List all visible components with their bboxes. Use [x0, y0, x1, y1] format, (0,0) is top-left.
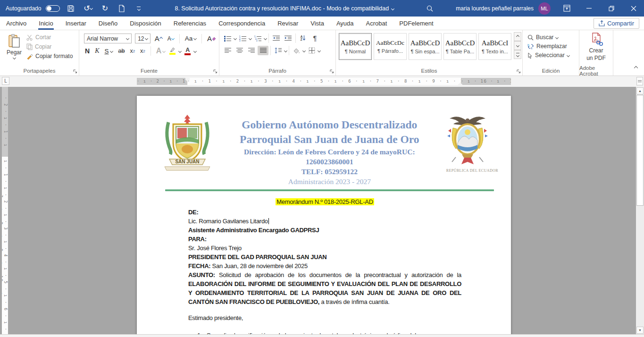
create-pdf-button[interactable]: Crear un PDF — [579, 30, 613, 66]
paragraph-dialog-launcher[interactable] — [330, 69, 334, 74]
minimize-button[interactable] — [578, 0, 600, 17]
font-dialog-launcher[interactable] — [213, 69, 217, 74]
superscript-button[interactable]: x2 — [139, 47, 146, 55]
align-left-button[interactable] — [222, 46, 233, 55]
bullets-button[interactable] — [222, 34, 233, 43]
format-painter-icon — [26, 53, 33, 59]
vertical-scrollbar[interactable]: ▲ ▼ — [636, 87, 644, 334]
share-button[interactable]: Compartir — [594, 18, 639, 29]
subscript-button[interactable]: x2 — [129, 47, 136, 55]
shrink-font-button[interactable]: A — [167, 35, 175, 42]
find-button[interactable]: Buscar — [527, 34, 577, 41]
tab-pdfelement[interactable]: PDFelement — [393, 17, 439, 30]
italic-button[interactable]: K — [94, 47, 100, 55]
tab-revisar[interactable]: Revisar — [271, 17, 304, 30]
tab-referencias[interactable]: Referencias — [167, 17, 212, 30]
ruler-toggle-icon[interactable] — [636, 77, 643, 85]
autosave-toggle[interactable] — [46, 5, 60, 12]
tab-disposicion[interactable]: Disposición — [124, 17, 167, 30]
document-page[interactable]: SAN JUAN Gobierno Autónomo Descentraliza… — [137, 96, 511, 334]
styles-dialog-launcher[interactable] — [517, 69, 521, 74]
numbering-button[interactable]: 123 — [237, 34, 248, 43]
create-pdf-icon — [589, 32, 603, 46]
horizontal-ruler[interactable]: · ı · 2 · ı · 1 · ı · · ı · 1 · ı · 2 · … — [137, 78, 511, 85]
font-family-select[interactable]: Arial Narrow — [84, 34, 132, 43]
memo-para-label: PARA: — [188, 235, 461, 244]
clear-formatting-button[interactable]: A — [206, 34, 217, 43]
tab-correspondencia[interactable]: Correspondencia — [212, 17, 271, 30]
justify-button[interactable] — [258, 46, 268, 55]
font-size-select[interactable]: 12 — [135, 34, 151, 43]
styles-scroll-down-icon[interactable] — [514, 41, 521, 50]
redo-icon[interactable]: ↻ — [99, 2, 111, 15]
close-button[interactable] — [623, 0, 644, 17]
strikethrough-button[interactable]: ab — [117, 47, 125, 55]
text-effects-button[interactable]: A — [155, 46, 167, 56]
svg-text:b: b — [527, 43, 529, 47]
replace-icon: bc — [527, 43, 534, 50]
document-body[interactable]: Memorándum N.º 018-2025-RGL-AD DE: Lic. … — [137, 191, 511, 334]
tab-diseno[interactable]: Diseño — [92, 17, 124, 30]
tab-acrobat[interactable]: Acrobat — [360, 17, 393, 30]
memo-number: Memorándum N.º 018-2025-RGL-AD — [188, 197, 461, 206]
shading-button[interactable] — [291, 46, 302, 55]
document-title[interactable]: 8. Solicitud Autorización contra y resol… — [145, 5, 424, 12]
find-icon — [527, 34, 534, 41]
sort-button[interactable]: AZ — [298, 34, 309, 43]
style-texto-independiente[interactable]: AaBbCcI¶ Texto in... — [478, 33, 511, 60]
grow-font-button[interactable]: A — [154, 34, 163, 43]
increase-indent-button[interactable] — [283, 34, 293, 43]
collapse-ribbon-icon[interactable] — [635, 63, 637, 72]
font-color-button[interactable]: A — [184, 47, 191, 55]
tab-archivo[interactable]: Archivo — [0, 17, 33, 30]
tab-inicio[interactable]: Inicio — [33, 17, 59, 30]
quick-access-menu-icon[interactable] — [133, 2, 145, 15]
decrease-indent-button[interactable] — [271, 34, 282, 43]
scissors-icon — [26, 34, 33, 41]
styles-more-icon[interactable] — [514, 50, 521, 59]
new-document-icon[interactable] — [116, 2, 128, 15]
change-case-button[interactable]: Aa — [184, 34, 198, 42]
style-normal[interactable]: AaBbCcD¶ Normal — [339, 33, 372, 60]
paste-button[interactable]: Pegar — [2, 32, 26, 66]
style-sin-espaciado[interactable]: AaBbCcD¶ Sin espa... — [409, 33, 442, 60]
tab-ayuda[interactable]: Ayuda — [330, 17, 360, 30]
scroll-up-icon[interactable]: ▲ — [636, 87, 644, 94]
tab-vista[interactable]: Vista — [304, 17, 330, 30]
avatar[interactable]: ML — [538, 2, 551, 15]
bold-button[interactable]: N — [84, 47, 91, 55]
search-icon[interactable] — [424, 2, 436, 15]
group-label-edicion: Edición — [542, 68, 560, 74]
line-spacing-button[interactable] — [273, 46, 284, 55]
format-painter-button[interactable]: Copiar formato — [26, 53, 73, 59]
scroll-down-icon[interactable]: ▼ — [636, 327, 644, 334]
clipboard-dialog-launcher[interactable] — [73, 69, 77, 74]
cut-button[interactable]: Cortar — [26, 34, 73, 41]
replace-button[interactable]: bc Reemplazar — [527, 43, 577, 50]
tab-insertar[interactable]: Insertar — [59, 17, 92, 30]
borders-button[interactable] — [306, 46, 317, 55]
copy-button[interactable]: Copiar — [26, 43, 73, 50]
scrollbar-thumb[interactable] — [636, 95, 644, 206]
style-parrafo[interactable]: AaBbCcDc¶ Párrafo... — [374, 33, 407, 60]
style-table-paragraph[interactable]: AaBbCcD¶ Table Pa... — [443, 33, 477, 60]
align-center-button[interactable] — [234, 46, 245, 55]
tab-stop-selector[interactable]: L — [2, 77, 9, 85]
select-button[interactable]: Seleccionar — [527, 52, 577, 59]
highlight-color-button[interactable] — [169, 47, 176, 55]
ribbon-display-options-icon[interactable] — [556, 0, 577, 17]
show-marks-button[interactable]: ¶ — [309, 34, 320, 43]
group-edicion: Buscar bc Reemplazar Seleccionar Edición — [523, 30, 579, 76]
styles-scroll-up-icon[interactable] — [514, 32, 521, 41]
status-bar — [0, 334, 644, 337]
user-name[interactable]: maria lourdes peñafiel parrales — [456, 5, 534, 12]
align-right-button[interactable] — [246, 46, 257, 55]
autosave-label: Autoguardado — [6, 5, 41, 12]
underline-button[interactable]: S — [103, 47, 114, 55]
vertical-ruler[interactable]: · 2 · ı · 1 · ı ı · 1 · ı · 2 · ı · 3 · … — [2, 87, 8, 334]
multilevel-list-button[interactable]: 123 — [252, 34, 263, 43]
undo-icon[interactable]: ↺ — [82, 2, 94, 15]
restore-button[interactable] — [601, 0, 622, 17]
save-icon[interactable] — [65, 2, 77, 15]
group-label-portapapeles: Portapapeles — [24, 68, 56, 74]
